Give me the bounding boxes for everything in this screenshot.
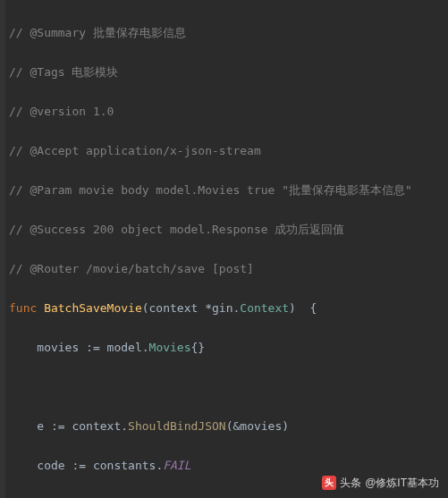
comment-line: // @Summary 批量保存电影信息 bbox=[4, 23, 448, 43]
code-line: movies := model.Movies{} bbox=[4, 338, 448, 358]
code-editor[interactable]: // @Summary 批量保存电影信息 // @Tags 电影模块 // @v… bbox=[0, 0, 448, 498]
comment-line: // @Router /movie/batch/save [post] bbox=[4, 259, 448, 279]
watermark-handle: @修炼IT基本功 bbox=[365, 473, 439, 493]
blank-line bbox=[4, 377, 448, 397]
comment-line: // @Success 200 object model.Response 成功… bbox=[4, 220, 448, 240]
comment-line: // @Accept application/x-json-stream bbox=[4, 141, 448, 161]
toutiao-logo-icon: 头 bbox=[322, 476, 336, 490]
comment-line: // @Param movie body model.Movies true "… bbox=[4, 181, 448, 200]
watermark-label: 头条 bbox=[340, 473, 361, 493]
code-line: e := context.ShouldBindJSON(&movies) bbox=[4, 417, 448, 436]
func-signature: func BatchSaveMovie(context *gin.Context… bbox=[4, 299, 448, 318]
comment-line: // @Tags 电影模块 bbox=[4, 63, 448, 82]
comment-line: // @version 1.0 bbox=[4, 102, 448, 122]
watermark: 头 头条 @修炼IT基本功 bbox=[322, 473, 439, 493]
gutter bbox=[0, 0, 5, 498]
